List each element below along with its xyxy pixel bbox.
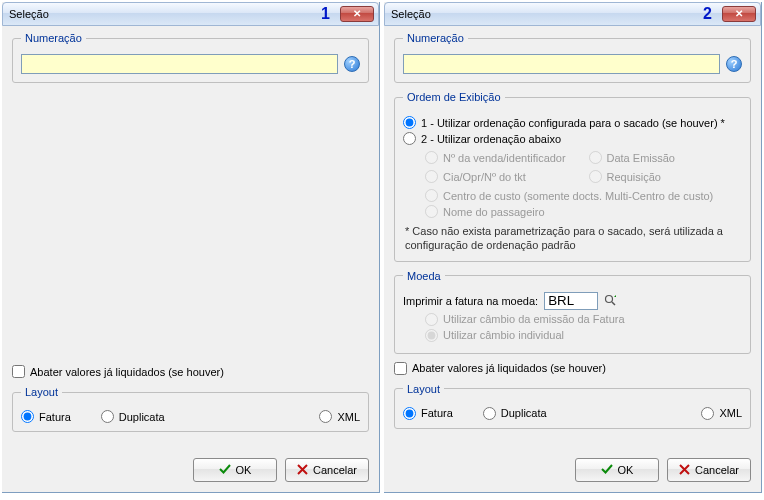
- ordem-sub-data-radio: [589, 151, 602, 164]
- numeracao-group: Numeração ?: [12, 32, 369, 83]
- numeracao-input[interactable]: [403, 54, 720, 74]
- ordem-legend: Ordem de Exibição: [403, 91, 505, 103]
- ok-button[interactable]: OK: [193, 458, 277, 482]
- ordem-sub-venda: Nº da venda/identificador: [425, 151, 579, 164]
- help-icon[interactable]: ?: [344, 56, 360, 72]
- panel-badge: 1: [321, 5, 330, 23]
- ordem-group: Ordem de Exibição 1 - Utilizar ordenação…: [394, 91, 751, 262]
- layout-fatura[interactable]: Fatura: [403, 407, 453, 420]
- layout-xml-radio[interactable]: [701, 407, 714, 420]
- close-icon: ✕: [353, 9, 361, 19]
- layout-xml-radio[interactable]: [319, 410, 332, 423]
- layout-fatura-radio[interactable]: [403, 407, 416, 420]
- numeracao-group: Numeração ?: [394, 32, 751, 83]
- layout-xml[interactable]: XML: [701, 407, 742, 420]
- layout-legend: Layout: [21, 386, 62, 398]
- close-button[interactable]: ✕: [722, 6, 756, 22]
- ordem-sub-data: Data Emissão: [589, 151, 743, 164]
- abater-checkbox[interactable]: [394, 362, 407, 375]
- titlebar[interactable]: Seleção 1 ✕: [2, 2, 379, 26]
- close-icon: ✕: [735, 9, 743, 19]
- numeracao-legend: Numeração: [21, 32, 86, 44]
- dialog-selecao-2: Seleção 2 ✕ Numeração ? Ordem de Exibiçã…: [384, 2, 762, 493]
- ordem-sub-req: Requisição: [589, 170, 743, 183]
- ordem-sub-centro-radio: [425, 189, 438, 202]
- ordem-opt1[interactable]: 1 - Utilizar ordenação configurada para …: [403, 116, 742, 129]
- moeda-cambio-emissao: Utilizar câmbio da emissão da Fatura: [425, 313, 742, 326]
- check-icon: [601, 463, 613, 477]
- layout-legend: Layout: [403, 383, 444, 395]
- moeda-group: Moeda Imprimir a fatura na moeda:: [394, 270, 751, 354]
- window-title: Seleção: [9, 8, 49, 20]
- help-icon[interactable]: ?: [726, 56, 742, 72]
- check-icon: [219, 463, 231, 477]
- cancel-button[interactable]: Cancelar: [285, 458, 369, 482]
- abater-checkbox-row[interactable]: Abater valores já liquidados (se houver): [12, 365, 369, 378]
- titlebar[interactable]: Seleção 2 ✕: [384, 2, 761, 26]
- moeda-cambio-individual-radio: [425, 329, 438, 342]
- ordem-opt2-radio[interactable]: [403, 132, 416, 145]
- lookup-icon[interactable]: [604, 294, 618, 308]
- x-icon: [679, 464, 690, 477]
- layout-fatura-radio[interactable]: [21, 410, 34, 423]
- ordem-sub-cia-radio: [425, 170, 438, 183]
- close-button[interactable]: ✕: [340, 6, 374, 22]
- layout-duplicata[interactable]: Duplicata: [483, 407, 547, 420]
- moeda-cambio-individual: Utilizar câmbio individual: [425, 329, 742, 342]
- abater-label: Abater valores já liquidados (se houver): [412, 362, 606, 374]
- abater-checkbox[interactable]: [12, 365, 25, 378]
- svg-line-1: [612, 302, 615, 305]
- ok-button[interactable]: OK: [575, 458, 659, 482]
- ordem-sub-centro: Centro de custo (somente docts. Multi-Ce…: [425, 189, 742, 202]
- ordem-opt2[interactable]: 2 - Utilizar ordenação abaixo: [403, 132, 742, 145]
- moeda-label: Imprimir a fatura na moeda:: [403, 295, 538, 307]
- ordem-sub-venda-radio: [425, 151, 438, 164]
- ordem-opt1-radio[interactable]: [403, 116, 416, 129]
- moeda-input[interactable]: [544, 292, 598, 310]
- layout-fatura[interactable]: Fatura: [21, 410, 71, 423]
- layout-duplicata-radio[interactable]: [101, 410, 114, 423]
- layout-duplicata[interactable]: Duplicata: [101, 410, 165, 423]
- cancel-button[interactable]: Cancelar: [667, 458, 751, 482]
- ordem-sub-pax-radio: [425, 205, 438, 218]
- ordem-note: * Caso não exista parametrização para o …: [405, 224, 740, 253]
- numeracao-input[interactable]: [21, 54, 338, 74]
- moeda-legend: Moeda: [403, 270, 445, 282]
- layout-group: Layout Fatura Duplicata XML: [394, 383, 751, 429]
- ordem-sub-pax: Nome do passageiro: [425, 205, 742, 218]
- moeda-cambio-emissao-radio: [425, 313, 438, 326]
- abater-label: Abater valores já liquidados (se houver): [30, 366, 224, 378]
- ordem-sub-cia: Cia/Opr/Nº do tkt: [425, 170, 579, 183]
- svg-point-0: [606, 295, 613, 302]
- window-title: Seleção: [391, 8, 431, 20]
- x-icon: [297, 464, 308, 477]
- abater-checkbox-row[interactable]: Abater valores já liquidados (se houver): [394, 362, 751, 375]
- numeracao-legend: Numeração: [403, 32, 468, 44]
- panel-badge: 2: [703, 5, 712, 23]
- ordem-sub-req-radio: [589, 170, 602, 183]
- dialog-selecao-1: Seleção 1 ✕ Numeração ? Abater valores j…: [2, 2, 380, 493]
- layout-group: Layout Fatura Duplicata XML: [12, 386, 369, 432]
- layout-xml[interactable]: XML: [319, 410, 360, 423]
- layout-duplicata-radio[interactable]: [483, 407, 496, 420]
